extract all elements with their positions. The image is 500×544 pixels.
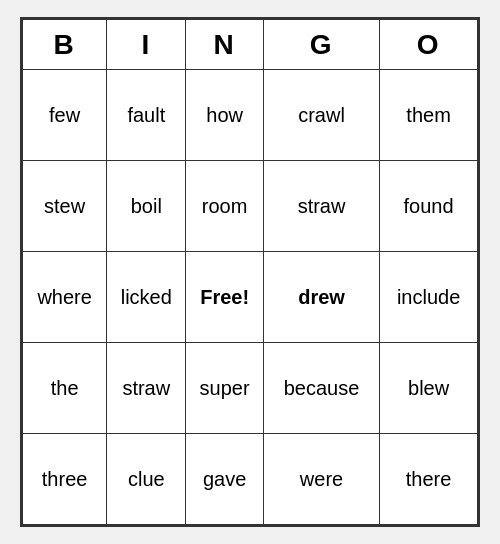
table-cell: include xyxy=(380,252,478,343)
header-cell: O xyxy=(380,20,478,70)
table-cell: gave xyxy=(186,434,263,525)
table-cell: boil xyxy=(107,161,186,252)
table-cell: clue xyxy=(107,434,186,525)
table-cell: licked xyxy=(107,252,186,343)
header-cell: N xyxy=(186,20,263,70)
table-cell: them xyxy=(380,70,478,161)
table-row: fewfaulthowcrawlthem xyxy=(23,70,478,161)
table-cell: few xyxy=(23,70,107,161)
header-cell: B xyxy=(23,20,107,70)
table-cell: Free! xyxy=(186,252,263,343)
table-cell: straw xyxy=(263,161,379,252)
table-cell: where xyxy=(23,252,107,343)
table-cell: found xyxy=(380,161,478,252)
table-cell: because xyxy=(263,343,379,434)
table-cell: three xyxy=(23,434,107,525)
table-cell: super xyxy=(186,343,263,434)
table-cell: stew xyxy=(23,161,107,252)
table-cell: crawl xyxy=(263,70,379,161)
table-cell: there xyxy=(380,434,478,525)
header-cell: G xyxy=(263,20,379,70)
table-cell: how xyxy=(186,70,263,161)
header-cell: I xyxy=(107,20,186,70)
table-row: stewboilroomstrawfound xyxy=(23,161,478,252)
table-cell: room xyxy=(186,161,263,252)
table-cell: drew xyxy=(263,252,379,343)
table-row: thestrawsuperbecauseblew xyxy=(23,343,478,434)
table-cell: fault xyxy=(107,70,186,161)
table-cell: the xyxy=(23,343,107,434)
bingo-table: BINGO fewfaulthowcrawlthemstewboilroomst… xyxy=(22,19,478,525)
table-cell: straw xyxy=(107,343,186,434)
bingo-card: BINGO fewfaulthowcrawlthemstewboilroomst… xyxy=(20,17,480,527)
table-row: wherelickedFree!drewinclude xyxy=(23,252,478,343)
table-row: threecluegavewerethere xyxy=(23,434,478,525)
header-row: BINGO xyxy=(23,20,478,70)
table-cell: were xyxy=(263,434,379,525)
table-cell: blew xyxy=(380,343,478,434)
